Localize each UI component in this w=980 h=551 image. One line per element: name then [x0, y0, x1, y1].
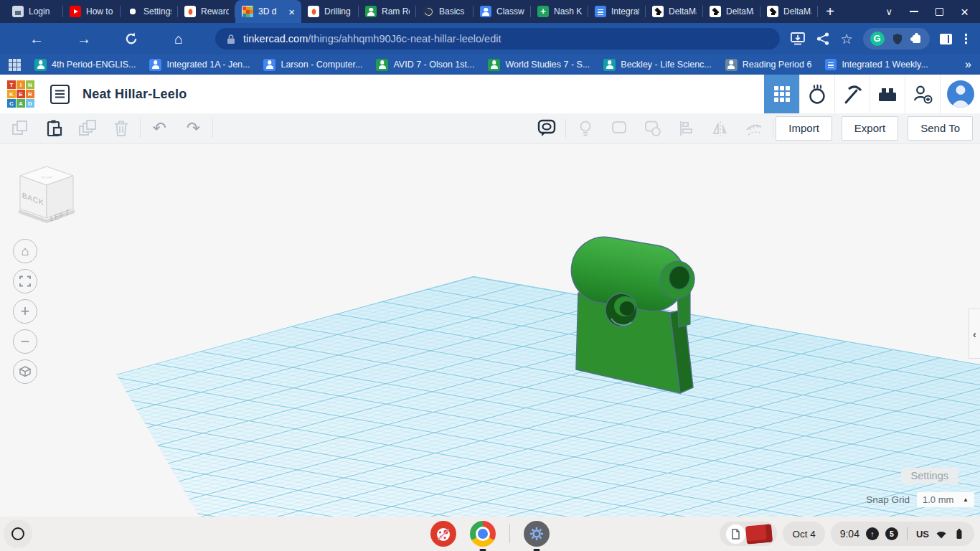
browser-menu-icon[interactable]	[965, 37, 968, 40]
close-window-icon[interactable]: ×	[961, 5, 969, 19]
ungroup-button[interactable]	[636, 113, 669, 143]
bookmark-item[interactable]: Reading Period 6	[725, 59, 812, 71]
zoom-in-button[interactable]: +	[13, 299, 37, 324]
date-button[interactable]: Oct 4	[783, 522, 824, 546]
account-button[interactable]	[940, 75, 980, 113]
design-properties-icon[interactable]	[50, 85, 70, 104]
minimize-icon[interactable]	[910, 11, 918, 12]
reload-icon	[124, 32, 138, 46]
tab-close-icon[interactable]: ×	[288, 6, 295, 17]
tab-how-to[interactable]: How to	[63, 0, 121, 23]
tinkercad-logo[interactable]: T I N K E R C A D	[7, 80, 34, 108]
viewcube-top-label[interactable]: TOP	[41, 176, 52, 179]
tab-label: DeltaMa	[726, 6, 754, 17]
tab-classwork[interactable]: Classw	[473, 0, 531, 23]
bookmark-star-icon[interactable]: ☆	[840, 31, 852, 47]
tab-login[interactable]: Login	[6, 0, 63, 23]
tab-deltamath-2[interactable]: DeltaMa	[703, 0, 760, 23]
launcher-button[interactable]	[4, 519, 32, 548]
paste-button[interactable]	[37, 113, 70, 143]
date-label: Oct 4	[792, 529, 815, 540]
bookmark-item[interactable]: AVID 7 - Olson 1st...	[376, 59, 474, 71]
grammarly-icon[interactable]: G	[870, 32, 885, 46]
classroom-person-icon	[149, 59, 161, 71]
tab-label: Ram Ro	[382, 6, 410, 17]
design-mode-grid-button[interactable]	[764, 75, 799, 113]
install-icon[interactable]	[790, 32, 806, 46]
settings-app-icon[interactable]	[524, 521, 550, 547]
apps-grid-icon[interactable]	[13, 63, 17, 67]
tab-settings[interactable]: Settings	[121, 0, 178, 23]
mirror-button[interactable]	[703, 113, 737, 143]
copy-button[interactable]	[3, 113, 37, 143]
zoom-out-button[interactable]: −	[13, 329, 37, 354]
address-bar[interactable]: tinkercad.com/things/ahhqmh90J6c-neat-hi…	[215, 28, 780, 50]
bookmark-item[interactable]: Integrated 1 Weekly...	[825, 59, 928, 70]
shield-icon[interactable]	[892, 33, 903, 45]
minecraft-export-button[interactable]	[834, 75, 870, 113]
extensions-pill: G	[863, 28, 930, 50]
share-icon[interactable]	[816, 32, 830, 46]
viewport-settings-button[interactable]: Settings	[901, 468, 958, 484]
bookmark-item[interactable]: Beckley - Life Scienc...	[603, 59, 711, 71]
restore-icon[interactable]	[936, 8, 943, 16]
orthographic-toggle-button[interactable]	[13, 359, 37, 384]
tab-deltamath-1[interactable]: DeltaMa	[646, 0, 703, 23]
design-title[interactable]: Neat Hillar-Leelo	[83, 87, 187, 102]
fit-view-button[interactable]	[13, 269, 37, 293]
tote-button[interactable]	[720, 522, 777, 546]
tab-label: Drilling	[324, 6, 352, 17]
align-button[interactable]	[669, 113, 703, 143]
tab-ram-ro[interactable]: Ram Ro	[359, 0, 416, 23]
tab-search-chevron-icon[interactable]: ∨	[885, 6, 892, 17]
show-hide-button[interactable]	[568, 113, 602, 143]
bookmarks-overflow-icon[interactable]: »	[965, 58, 971, 71]
group-button[interactable]	[602, 113, 636, 143]
bricks-export-button[interactable]	[870, 75, 905, 113]
clock: 9:04	[840, 528, 859, 540]
tab-3d-design-active[interactable]: 3D d×	[235, 0, 301, 23]
extensions-puzzle-icon[interactable]	[913, 35, 920, 43]
shapes-panel-toggle[interactable]: ‹	[969, 309, 980, 359]
bookmark-item[interactable]: World Studies 7 - S...	[488, 59, 590, 71]
tab-nash-k[interactable]: +Nash K	[531, 0, 588, 23]
invite-collaborator-button[interactable]	[905, 75, 940, 113]
view-cube[interactable]: TOP BACK LEFT	[14, 164, 80, 230]
side-panel-icon[interactable]	[940, 34, 952, 44]
tab-drilling[interactable]: Drilling	[301, 0, 359, 23]
tab-deltamath-3[interactable]: DeltaMa	[760, 0, 818, 23]
import-button[interactable]: Import	[776, 116, 832, 141]
home-view-button[interactable]: ⌂	[13, 239, 37, 263]
tab-integrated[interactable]: Integrat	[588, 0, 646, 23]
classroom-person-icon	[365, 6, 377, 17]
back-button[interactable]: ←	[26, 28, 47, 50]
notes-button[interactable]	[529, 113, 563, 143]
tab-basics[interactable]: Basics	[416, 0, 473, 23]
undo-button[interactable]: ↶	[143, 113, 176, 143]
redo-button[interactable]: ↷	[176, 113, 210, 143]
export-button[interactable]: Export	[842, 116, 898, 141]
model-green-bracket[interactable]	[567, 232, 697, 393]
chrome-app-icon[interactable]	[470, 521, 496, 547]
home-button[interactable]: ⌂	[168, 28, 189, 50]
duplicate-button[interactable]	[70, 113, 104, 143]
snap-grid-dropdown[interactable]: 1.0 mm ▲	[917, 492, 974, 507]
workplane-canvas[interactable]: Workplane	[0, 143, 980, 517]
send-to-button[interactable]: Send To	[908, 116, 973, 141]
reload-button[interactable]	[121, 28, 142, 50]
bookmark-item[interactable]: Integrated 1A - Jen...	[149, 59, 250, 71]
bookmark-item[interactable]: Larson - Computer...	[263, 59, 362, 71]
canvas-app-icon[interactable]	[430, 521, 456, 547]
system-tray[interactable]: 9:04 ↑ 5 US	[831, 522, 974, 546]
forward-button[interactable]: →	[73, 28, 95, 50]
delete-button[interactable]	[104, 113, 138, 143]
tab-rewards[interactable]: Reward	[178, 0, 235, 23]
ruler-button[interactable]	[737, 113, 771, 143]
new-tab-button[interactable]: +	[818, 0, 842, 23]
bookmark-item[interactable]: 4th Period-ENGLIS...	[34, 59, 136, 71]
workplane[interactable]: Workplane	[0, 273, 980, 517]
docs-icon	[595, 6, 606, 17]
sim-lab-button[interactable]	[799, 75, 834, 113]
tab-label: How to	[86, 6, 114, 17]
3d-viewport[interactable]: Workplane TOP BACK LEFT	[0, 143, 980, 517]
